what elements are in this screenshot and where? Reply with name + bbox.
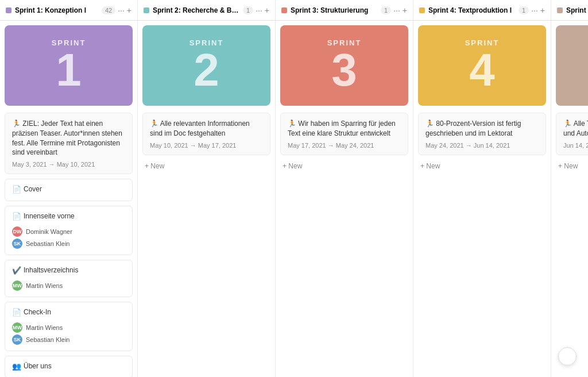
col-header-col1: Sprint 1: Konzeption I42···+ <box>0 0 138 20</box>
task-assignees: MWMartin WiensSKSebastian Klein <box>12 322 125 345</box>
task-card[interactable]: 📄Cover <box>5 179 133 201</box>
task-card[interactable]: 👥Über uns <box>5 356 133 377</box>
task-type-icon: 📄 <box>12 308 21 318</box>
add-item-icon[interactable]: + <box>540 6 545 15</box>
sprint-goal: 🏃 ZIEL: Jeder Text hat einen präzisen Te… <box>12 119 125 157</box>
task-title: 👥Über uns <box>12 362 125 372</box>
sprint-card: SPRINT5 <box>556 25 588 106</box>
sprint-info-card: 🏃 Wir haben im Sparring für jeden Text e… <box>280 113 408 155</box>
avatar: DW <box>12 226 22 237</box>
sprint-card: SPRINT4 <box>418 25 546 106</box>
sprint-goal: 🏃 Alle relevanten Informationen sind im … <box>150 119 263 139</box>
task-title: 📄Cover <box>12 185 125 195</box>
task-title-text: Cover <box>24 185 42 194</box>
task-title-text: Inhaltsverzeichnis <box>24 266 78 275</box>
more-options-icon[interactable]: ··· <box>118 6 125 15</box>
col-header-title: Sprint 4: Textproduktion I <box>428 6 515 14</box>
board-column-col1: SPRINT1🏃 ZIEL: Jeder Text hat einen präz… <box>0 21 138 377</box>
task-type-icon: 📄 <box>12 212 21 222</box>
col-header-col3: Sprint 3: Strukturierung1···+ <box>276 0 413 20</box>
sprint-goal: 🏃 Alle Texte sind lektoriert und Autor*i… <box>563 119 588 139</box>
avatar: SK <box>12 238 22 249</box>
assignee-name: Dominik Wagner <box>26 228 72 235</box>
assignee-name: Sebastian Klein <box>26 336 69 343</box>
sprint-number: 4 <box>469 47 495 93</box>
task-card[interactable]: 📄Innenseite vorneDWDominik WagnerSKSebas… <box>5 206 133 255</box>
sprint-dates: May 24, 2021 → Jun 14, 2021 <box>425 142 539 149</box>
assignee-name: Martin Wiens <box>26 324 63 331</box>
assignee: SKSebastian Klein <box>12 238 125 249</box>
board-container: Sprint 1: Konzeption I42···+Sprint 2: Re… <box>0 0 588 377</box>
assignee: MWMartin Wiens <box>12 322 125 333</box>
sprint-dates: May 10, 2021 → May 17, 2021 <box>150 142 263 149</box>
columns-header: Sprint 1: Konzeption I42···+Sprint 2: Re… <box>0 0 588 21</box>
add-item-icon[interactable]: + <box>403 6 407 15</box>
sprint-card: SPRINT3 <box>280 25 408 106</box>
col-header-col2: Sprint 2: Recherche & Brain1···+ <box>138 0 276 20</box>
task-title: 📄Check-In <box>12 308 125 318</box>
assignee-name: Sebastian Klein <box>26 240 69 247</box>
avatar: SK <box>12 334 22 345</box>
task-title-text: Innenseite vorne <box>24 212 75 221</box>
sprint-info-card: 🏃 80-Prozent-Version ist fertig geschrie… <box>418 113 546 155</box>
col-header-dot <box>144 7 149 13</box>
avatar: MW <box>12 280 22 291</box>
sprint-card: SPRINT1 <box>5 25 133 106</box>
sprint-card: SPRINT2 <box>142 25 270 106</box>
assignee-name: Martin Wiens <box>26 282 63 289</box>
new-item-button[interactable]: + New <box>276 157 413 175</box>
board-column-col4: SPRINT4🏃 80-Prozent-Version ist fertig g… <box>413 21 551 377</box>
sprint-number: 3 <box>331 47 357 93</box>
task-card[interactable]: 📄Check-InMWMartin WiensSKSebastian Klein <box>5 302 133 351</box>
col-header-col4: Sprint 4: Textproduktion I1···+ <box>413 0 551 20</box>
sprint-info-card: 🏃 Alle relevanten Informationen sind im … <box>142 113 270 155</box>
task-type-icon: ✔️ <box>12 266 21 276</box>
task-card[interactable]: ✔️InhaltsverzeichnisMWMartin Wiens <box>5 260 133 297</box>
assignee: SKSebastian Klein <box>12 334 125 345</box>
new-item-button[interactable]: + New <box>138 157 275 175</box>
task-type-icon: 📄 <box>12 185 21 195</box>
sprint-number: 2 <box>194 47 219 93</box>
sprint-goal: 🏃 Wir haben im Sparring für jeden Text e… <box>288 119 401 139</box>
col-count: 1 <box>381 6 391 14</box>
sprint-goal: 🏃 80-Prozent-Version ist fertig geschrie… <box>425 119 539 139</box>
task-title-text: Check-In <box>24 308 51 317</box>
task-title: 📄Innenseite vorne <box>12 212 125 222</box>
assignee: MWMartin Wiens <box>12 280 125 291</box>
sprint-dates: May 3, 2021 → May 10, 2021 <box>12 161 125 168</box>
sprint-number: 1 <box>56 47 82 93</box>
help-button[interactable] <box>558 347 577 366</box>
col-count: 42 <box>102 6 115 14</box>
col-header-title: Sprint 2: Recherche & Brain <box>153 6 239 14</box>
sprint-info-card: 🏃 Alle Texte sind lektoriert und Autor*i… <box>556 113 588 155</box>
board-column-col5: SPRINT5🏃 Alle Texte sind lektoriert und … <box>551 21 588 377</box>
task-title: ✔️Inhaltsverzeichnis <box>12 266 125 276</box>
sprint-dates: May 17, 2021 → May 24, 2021 <box>288 142 401 149</box>
board-column-col3: SPRINT3🏃 Wir haben im Sparring für jeden… <box>276 21 413 377</box>
task-type-icon: 👥 <box>12 362 21 372</box>
assignee: DWDominik Wagner <box>12 226 125 237</box>
more-options-icon[interactable]: ··· <box>531 6 538 15</box>
task-title-text: Über uns <box>24 362 52 371</box>
new-item-button[interactable]: + New <box>413 157 551 175</box>
col-header-dot <box>419 7 425 13</box>
sprint-dates: Jun 14, 2021 <box>563 142 588 149</box>
add-item-icon[interactable]: + <box>127 6 131 15</box>
new-item-button[interactable]: + New <box>551 157 588 175</box>
task-assignees: DWDominik WagnerSKSebastian Klein <box>12 226 125 249</box>
more-options-icon[interactable]: ··· <box>256 6 262 15</box>
board-column-col2: SPRINT2🏃 Alle relevanten Informationen s… <box>138 21 276 377</box>
col-header-dot <box>557 7 563 13</box>
task-assignees: MWMartin Wiens <box>12 280 125 291</box>
avatar: MW <box>12 322 22 333</box>
col-header-title: Sprint 3: Strukturierung <box>291 6 377 14</box>
col-header-dot <box>6 7 11 13</box>
sprint-info-card: 🏃 ZIEL: Jeder Text hat einen präzisen Te… <box>5 113 133 174</box>
col-count: 1 <box>519 6 529 14</box>
col-count: 1 <box>243 6 253 14</box>
more-options-icon[interactable]: ··· <box>393 6 400 15</box>
col-header-dot <box>281 7 287 13</box>
add-item-icon[interactable]: + <box>265 6 269 15</box>
board-body: SPRINT1🏃 ZIEL: Jeder Text hat einen präz… <box>0 21 588 377</box>
col-header-col5: Sprint 5: Le···+ <box>551 0 588 20</box>
